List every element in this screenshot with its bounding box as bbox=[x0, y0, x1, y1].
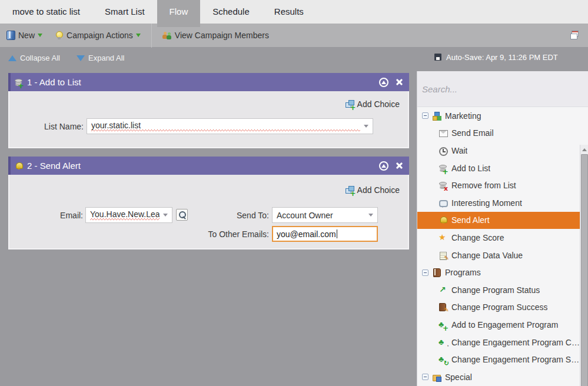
panel-layout-button[interactable] bbox=[566, 27, 583, 44]
add-choice-button[interactable]: + Add Choice bbox=[346, 99, 400, 109]
send-to-label: Send To: bbox=[186, 211, 269, 220]
bell-icon bbox=[438, 215, 448, 225]
autosave-label: Auto-Save: Apr 9, 11:26 PM EDT bbox=[446, 53, 558, 62]
tree-item-remove-from-list[interactable]: Remove from List bbox=[417, 177, 580, 194]
scrollbar-thumb[interactable] bbox=[581, 154, 588, 386]
marketing-icon bbox=[432, 111, 441, 121]
to-other-emails-input[interactable]: you@email.com bbox=[272, 226, 378, 242]
plant-plus-icon bbox=[438, 320, 448, 330]
campaign-actions-button[interactable]: Campaign Actions bbox=[48, 24, 147, 47]
book-pencil-icon bbox=[438, 302, 448, 312]
email-combobox[interactable]: You.Have.New.Lea bbox=[85, 207, 172, 223]
view-campaign-members-button[interactable]: View Campaign Members bbox=[157, 24, 275, 47]
flow-step-1-header[interactable]: 1 - Add to List bbox=[8, 73, 409, 91]
campaign-flow-window: move to static list Smart List Flow Sche… bbox=[0, 0, 588, 386]
tree-group-marketing[interactable]: Marketing bbox=[417, 107, 580, 125]
add-choice-button[interactable]: + Add Choice bbox=[346, 185, 400, 195]
list-name-combobox[interactable]: your.static.list bbox=[87, 118, 373, 134]
tree-group-special[interactable]: Special bbox=[417, 368, 580, 386]
tab-move-to-static-list[interactable]: move to static list bbox=[0, 0, 92, 24]
expand-all-button[interactable]: Expand All bbox=[77, 54, 124, 62]
search-input[interactable] bbox=[422, 81, 576, 97]
tab-schedule[interactable]: Schedule bbox=[200, 0, 262, 24]
send-to-value: Account Owner bbox=[277, 211, 365, 220]
to-other-emails-label: To Other Emails: bbox=[162, 229, 269, 239]
collapse-toggle-icon[interactable] bbox=[422, 112, 428, 119]
tab-bar: move to static list Smart List Flow Sche… bbox=[0, 0, 588, 24]
add-to-list-icon bbox=[438, 164, 448, 173]
chevron-down-icon bbox=[38, 34, 42, 37]
tab-smart-list[interactable]: Smart List bbox=[92, 0, 157, 24]
email-value: You.Have.New.Lea bbox=[90, 209, 160, 221]
envelope-icon bbox=[438, 128, 448, 138]
autosave-status: Auto-Save: Apr 9, 11:26 PM EDT bbox=[433, 52, 558, 62]
tree-item-add-to-list[interactable]: Add to List bbox=[417, 159, 580, 177]
flow-step-2-card: 2 - Send Alert + Add Choice Email: You.H… bbox=[8, 157, 409, 249]
tree-item-send-alert[interactable]: Send Alert bbox=[417, 212, 580, 229]
tree-item-change-program-status[interactable]: Change Program Status bbox=[417, 281, 580, 299]
new-button[interactable]: New bbox=[0, 24, 48, 47]
tree-item-wait[interactable]: Wait bbox=[417, 142, 580, 159]
new-icon bbox=[6, 31, 15, 40]
tree-item-interesting-moment[interactable]: Interesting Moment bbox=[417, 194, 580, 212]
flow-step-1-title: 1 - Add to List bbox=[27, 77, 81, 87]
tree-item-send-email[interactable]: Send Email bbox=[417, 125, 580, 142]
tree-item-add-to-engagement-program[interactable]: Add to Engagement Program bbox=[417, 316, 580, 334]
view-campaign-members-label: View Campaign Members bbox=[175, 31, 269, 40]
flow-step-2-title: 2 - Send Alert bbox=[27, 161, 81, 171]
tab-results[interactable]: Results bbox=[262, 0, 316, 24]
expand-triangle-icon bbox=[77, 55, 85, 61]
move-step-up-button[interactable] bbox=[379, 161, 388, 171]
delete-step-button[interactable] bbox=[396, 162, 403, 169]
tab-flow[interactable]: Flow bbox=[157, 0, 201, 27]
tree-scrollbar[interactable] bbox=[580, 145, 588, 386]
flow-actions-panel: Marketing Send Email Wait Add to List Re… bbox=[417, 71, 588, 386]
tree-item-change-engagement-program-stream[interactable]: Change Engagement Program Stream bbox=[417, 351, 580, 368]
tree-group-programs[interactable]: Programs bbox=[417, 264, 580, 281]
flow-canvas: Collapse All Expand All Auto-Save: Apr 9… bbox=[0, 48, 588, 386]
expand-all-label: Expand All bbox=[88, 54, 124, 62]
lightbulb-icon bbox=[54, 31, 64, 40]
tree-item-change-score[interactable]: Change Score bbox=[417, 229, 580, 247]
collapse-toggle-icon[interactable] bbox=[422, 374, 428, 380]
collapse-all-label: Collapse All bbox=[20, 54, 60, 62]
to-other-emails-value: you@email.com bbox=[277, 229, 336, 239]
green-arrow-icon bbox=[438, 285, 448, 295]
special-folder-icon bbox=[432, 372, 441, 382]
tree-item-change-engagement-program-cadence[interactable]: Change Engagement Program Cadence bbox=[417, 334, 580, 351]
flow-step-2-header[interactable]: 2 - Send Alert bbox=[8, 157, 409, 175]
email-label: Email: bbox=[9, 211, 83, 220]
floppy-disk-icon bbox=[433, 52, 443, 62]
new-button-label: New bbox=[18, 31, 35, 40]
action-row: Collapse All Expand All Auto-Save: Apr 9… bbox=[0, 48, 588, 71]
move-step-up-button[interactable] bbox=[379, 78, 388, 87]
windows-icon bbox=[570, 31, 579, 40]
list-name-label: List Name: bbox=[9, 122, 84, 131]
notepad-pencil-icon bbox=[438, 251, 448, 260]
plant-clock-icon bbox=[438, 338, 448, 347]
programs-book-icon bbox=[432, 268, 441, 277]
chevron-down-icon bbox=[136, 34, 141, 37]
clock-icon bbox=[438, 146, 448, 155]
add-choice-label: Add Choice bbox=[357, 99, 400, 109]
tree-item-change-program-success[interactable]: Change Program Success bbox=[417, 299, 580, 317]
plant-stream-icon bbox=[438, 355, 448, 364]
delete-step-button[interactable] bbox=[396, 78, 403, 86]
add-choice-icon: + bbox=[346, 185, 356, 195]
flow-step-1-card: 1 - Add to List + Add Choice List Name: … bbox=[8, 73, 409, 148]
campaign-actions-label: Campaign Actions bbox=[67, 31, 133, 40]
add-choice-label: Add Choice bbox=[357, 185, 400, 195]
collapse-all-button[interactable]: Collapse All bbox=[8, 54, 60, 62]
scroll-up-button[interactable] bbox=[580, 145, 588, 154]
dropdown-arrow-icon bbox=[368, 214, 373, 217]
text-cursor bbox=[337, 229, 337, 238]
tree-item-change-data-value[interactable]: Change Data Value bbox=[417, 247, 580, 264]
speech-bubble-icon bbox=[438, 198, 448, 208]
toolbar: New Campaign Actions View Campaign Membe… bbox=[0, 24, 588, 48]
dropdown-arrow-icon bbox=[163, 214, 168, 217]
send-alert-icon bbox=[14, 161, 24, 171]
collapse-toggle-icon[interactable] bbox=[422, 269, 428, 276]
send-to-combobox[interactable]: Account Owner bbox=[272, 207, 378, 223]
add-to-list-icon bbox=[14, 78, 24, 87]
people-icon bbox=[162, 31, 172, 40]
